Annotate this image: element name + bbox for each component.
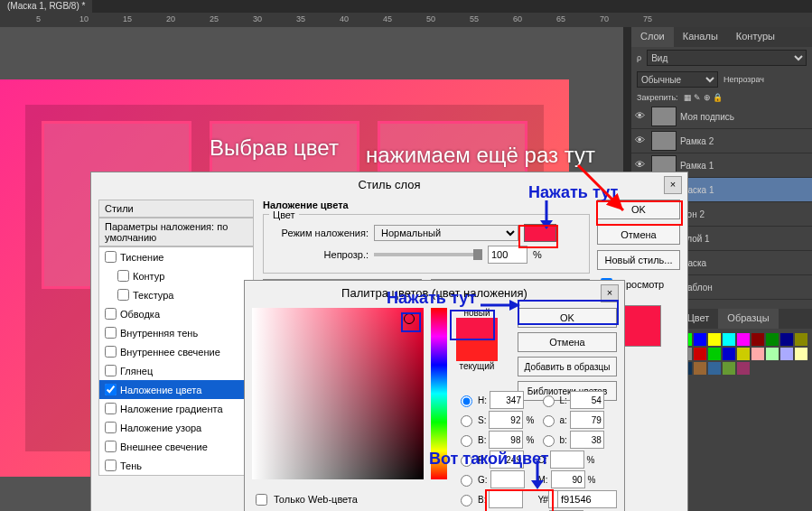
- color-field[interactable]: [252, 308, 424, 479]
- tab-paths[interactable]: Контуры: [727, 27, 784, 47]
- blend-options-header[interactable]: Параметры наложения: по умолчанию: [98, 218, 254, 246]
- g-input[interactable]: [490, 470, 525, 488]
- swatch[interactable]: [723, 362, 735, 375]
- layer-name: Моя подпись: [680, 112, 734, 122]
- ruler-horizontal: 51015202530354045505560657075: [0, 13, 812, 27]
- visibility-icon[interactable]: 👁: [635, 159, 648, 172]
- styles-header[interactable]: Стили: [98, 200, 254, 218]
- swatch[interactable]: [737, 348, 750, 360]
- layer-filter-select[interactable]: Вид: [647, 50, 807, 66]
- swatch[interactable]: [751, 333, 764, 346]
- swatch[interactable]: [723, 333, 735, 346]
- swatch[interactable]: [737, 333, 750, 346]
- swatch[interactable]: [795, 348, 807, 360]
- lock-label: Закрепить:: [637, 93, 678, 102]
- color-group-label: Цвет: [269, 209, 299, 220]
- a-radio[interactable]: [543, 415, 555, 427]
- swatch[interactable]: [780, 333, 793, 346]
- color-cursor-icon: [404, 313, 415, 324]
- swatch[interactable]: [694, 362, 706, 375]
- layer-name: Рамка 1: [680, 161, 714, 171]
- effect-Глянец[interactable]: Глянец: [99, 361, 253, 380]
- s-radio[interactable]: [461, 415, 472, 427]
- effects-list: ТиснениеКонтурТекстураОбводкаВнутренняя …: [98, 246, 254, 476]
- tab-swatches[interactable]: Образцы: [718, 309, 778, 329]
- color-swatch-button[interactable]: [524, 224, 556, 242]
- opacity-label: Непрозрач: [723, 75, 764, 84]
- effect-Внешнее свечение[interactable]: Внешнее свечение: [99, 437, 253, 456]
- ok-button[interactable]: OK: [597, 200, 680, 219]
- close-icon[interactable]: ×: [601, 284, 619, 302]
- ok-button[interactable]: OK: [518, 308, 617, 328]
- swatch[interactable]: [751, 348, 764, 360]
- layer-item[interactable]: 👁Рамка 2: [631, 129, 812, 153]
- c-input[interactable]: [550, 451, 584, 469]
- l-input[interactable]: [570, 391, 604, 409]
- annotation-text: Вот такой цвет: [429, 450, 549, 469]
- b2-input[interactable]: [570, 431, 604, 449]
- swatch[interactable]: [694, 348, 706, 360]
- bv-input[interactable]: [489, 431, 523, 449]
- current-label: текущий: [456, 361, 498, 371]
- swatch[interactable]: [737, 362, 750, 375]
- l-radio[interactable]: [543, 395, 555, 407]
- m-input[interactable]: [551, 470, 585, 488]
- swatch[interactable]: [766, 333, 779, 346]
- web-only-checkbox[interactable]: Только Web-цвета: [252, 491, 358, 508]
- swatch[interactable]: [723, 348, 735, 360]
- effect-Наложение цвета[interactable]: Наложение цвета: [99, 380, 253, 399]
- effect-Тень[interactable]: Тень: [99, 456, 253, 475]
- opacity-input[interactable]: [488, 246, 527, 264]
- opacity-label: Непрозр.:: [269, 249, 369, 260]
- swatch[interactable]: [708, 362, 721, 375]
- effect-Внутренняя тень[interactable]: Внутренняя тень: [99, 323, 253, 342]
- layer-item[interactable]: 👁Моя подпись: [631, 105, 812, 129]
- add-swatch-button[interactable]: Добавить в образцы: [518, 357, 617, 376]
- new-color-swatch: [456, 318, 498, 339]
- new-label: новый: [456, 308, 498, 318]
- tab-channels[interactable]: Каналы: [674, 27, 727, 47]
- blend-mode-label: Режим наложения:: [269, 228, 369, 238]
- current-color-swatch[interactable]: [456, 339, 498, 361]
- effect-Контур[interactable]: Контур: [99, 266, 253, 285]
- cancel-button[interactable]: Отмена: [597, 225, 680, 245]
- swatch[interactable]: [766, 348, 779, 360]
- b-radio[interactable]: [461, 435, 472, 447]
- hex-input[interactable]: [557, 490, 617, 508]
- layer-name: Рамка 2: [680, 136, 714, 146]
- lock-icons[interactable]: ▦ ✎ ⊕ 🔒: [684, 93, 723, 102]
- swatch[interactable]: [780, 348, 793, 360]
- effect-Текстура[interactable]: Текстура: [99, 285, 253, 304]
- effect-Наложение градиента[interactable]: Наложение градиента: [99, 399, 253, 418]
- color-picker-dialog: Палитра цветов (цвет наложения) × новый …: [244, 280, 625, 511]
- blend-mode-select[interactable]: Обычные: [637, 71, 718, 88]
- tab-layers[interactable]: Слои: [631, 27, 674, 47]
- swatch[interactable]: [708, 348, 721, 360]
- effect-Тиснение[interactable]: Тиснение: [99, 247, 253, 266]
- cancel-button[interactable]: Отмена: [518, 332, 617, 352]
- swatch[interactable]: [795, 333, 807, 346]
- layer-thumb: [651, 131, 677, 151]
- b2-radio[interactable]: [543, 435, 555, 447]
- h-input[interactable]: [490, 391, 524, 409]
- blend-mode-select[interactable]: Нормальный: [374, 225, 518, 241]
- effect-Наложение узора[interactable]: Наложение узора: [99, 418, 253, 437]
- visibility-icon[interactable]: 👁: [635, 135, 648, 147]
- annotation-text: Нажать тут: [387, 289, 476, 308]
- close-icon[interactable]: ×: [664, 176, 682, 194]
- layers-panel-tabs: Слои Каналы Контуры: [631, 27, 812, 47]
- effect-Внутреннее свечение[interactable]: Внутреннее свечение: [99, 342, 253, 361]
- opacity-slider[interactable]: [374, 253, 482, 256]
- visibility-icon[interactable]: 👁: [635, 110, 648, 123]
- swatch[interactable]: [708, 333, 721, 346]
- a-input[interactable]: [570, 411, 604, 429]
- annotation-text: нажимаем ещё раз тут: [366, 143, 595, 168]
- effect-Обводка[interactable]: Обводка: [99, 304, 253, 323]
- g-radio[interactable]: [461, 475, 472, 487]
- h-radio[interactable]: [461, 395, 472, 407]
- layer-thumb: [651, 107, 677, 126]
- new-style-button[interactable]: Новый стиль...: [597, 250, 680, 270]
- annotation-text: Нажать тут: [528, 183, 618, 202]
- swatch[interactable]: [694, 333, 706, 346]
- s-input[interactable]: [489, 411, 523, 429]
